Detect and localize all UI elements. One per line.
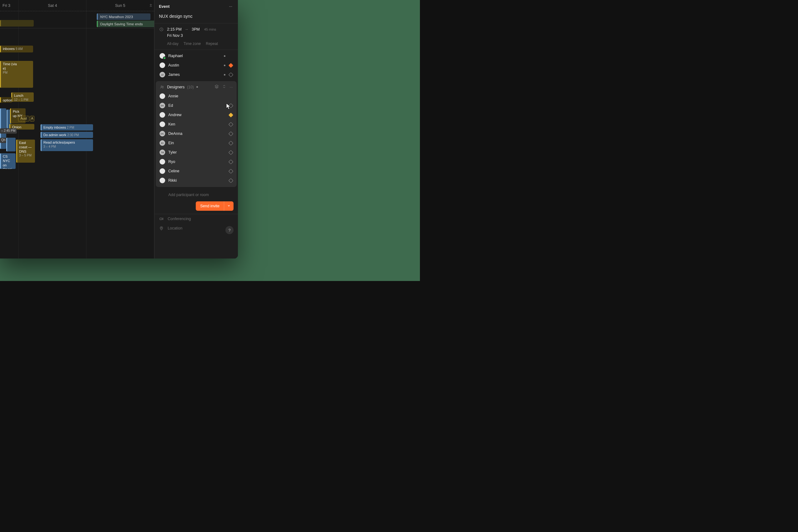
calendar-header: Fri 3 Sat 4 Sun 5 ± — [0, 0, 154, 11]
event-dashed-a[interactable]: A — [30, 116, 34, 121]
day-head-sun[interactable]: Sun 5 ± — [87, 0, 154, 11]
event-read[interactable]: Read articles/papers 3 – 4 PM — [41, 139, 93, 151]
timezone-button[interactable]: Time zone — [184, 41, 201, 46]
repeat-button[interactable]: Repeat — [206, 41, 218, 46]
event-date[interactable]: Fri Nov 3 — [154, 33, 238, 39]
more-icon[interactable]: ··· — [228, 3, 233, 10]
svg-rect-3 — [160, 218, 162, 220]
participant-row[interactable]: Andrew — [158, 110, 235, 119]
avatar — [159, 93, 165, 99]
participant-row[interactable]: TB Tyler — [158, 148, 235, 157]
event-title: Read articles/papers — [43, 140, 91, 145]
allday-event-nyc[interactable]: NYC Marathon 2023 — [97, 14, 151, 20]
avatar: DC — [159, 131, 165, 136]
event-title: NYC Marathon 2023 — [100, 15, 133, 19]
event-inbox-fri[interactable]: inboxes 9 AM — [0, 45, 33, 53]
svg-point-4 — [161, 227, 162, 228]
calendar-grid[interactable]: inboxes 9 AM Time (via e) PM Lunch 12 – … — [0, 28, 154, 259]
participant-row[interactable]: EI Ein — [158, 138, 235, 148]
participants-list: Raphael Austin JZ James — [154, 50, 238, 79]
event-time: 2 PM — [67, 126, 74, 129]
more-icon[interactable]: ··· — [229, 84, 233, 89]
avatar — [159, 168, 165, 174]
allday-event-dst[interactable]: Daylight Saving Time ends — [97, 21, 154, 27]
event-title: East coast — DNS — [19, 141, 33, 154]
participant-name: Ein — [168, 141, 225, 145]
event-lunch[interactable]: Lunch 12 – 1 PM — [11, 92, 34, 102]
event-admin[interactable]: Do admin work 2:30 PM — [41, 132, 93, 138]
event-east[interactable]: East coast — DNS 3 – 5 PM — [16, 139, 35, 163]
event-time-via[interactable]: Time (via e) PM — [0, 61, 33, 88]
participant-row[interactable]: Raphael — [158, 51, 235, 61]
send-invite-button[interactable]: Send invite — [196, 202, 233, 211]
status-dot — [224, 74, 225, 76]
send-invite-dropdown[interactable] — [224, 202, 233, 211]
participant-name: Celine — [168, 169, 225, 173]
location-icon — [159, 226, 164, 230]
avatar — [159, 159, 165, 165]
day-head-sat[interactable]: Sat 4 — [19, 0, 87, 11]
avatar — [159, 62, 165, 68]
participant-name: Ed — [168, 103, 225, 108]
avatar: EI — [159, 140, 165, 146]
event-name-input[interactable]: NUX design sync — [154, 12, 238, 23]
plus-minus-icon[interactable]: ± — [150, 2, 152, 7]
allday-event[interactable] — [0, 20, 34, 26]
participant-row[interactable]: EK Ed — [158, 101, 235, 110]
all-day-toggle[interactable]: All-day — [167, 41, 178, 46]
participant-row[interactable]: Celine — [158, 166, 235, 176]
event-title: Time (via — [3, 62, 31, 66]
event-option[interactable]: option . — [0, 97, 12, 103]
event-time: 3 – 4 PM — [43, 145, 91, 149]
event-tcs[interactable]: CS NYC on Openi ony — [0, 153, 16, 169]
event-dashed-aust[interactable]: Aust — [18, 116, 29, 121]
participant-name: James — [168, 72, 221, 77]
group-name[interactable]: Designers — [167, 85, 185, 89]
add-participant-input[interactable]: Add participant or room — [154, 190, 238, 198]
event-vertical-bar-3[interactable] — [6, 138, 16, 151]
event-title: Do admin work — [43, 133, 66, 137]
event-time: 3 – 5 PM — [19, 154, 33, 158]
time-end[interactable]: 3PM — [192, 27, 200, 32]
day-label: Sun 5 — [115, 3, 126, 8]
event-tiny-time[interactable]: – 2:45 PM — [0, 128, 17, 134]
participant-row[interactable]: Ken — [158, 119, 235, 129]
event-empty-inboxes[interactable]: Empty inboxes 2 PM — [41, 124, 93, 131]
svg-point-2 — [162, 86, 163, 87]
avatar — [159, 121, 165, 127]
conferencing-row[interactable]: Conferencing — [154, 214, 238, 224]
participant-row[interactable]: Ryo — [158, 157, 235, 166]
event-tiny-qh[interactable]: Qh — [0, 138, 6, 143]
collapse-icon[interactable] — [222, 84, 226, 90]
location-label: Location — [168, 226, 182, 230]
event-subtitle: e) — [3, 66, 31, 71]
time-row[interactable]: 2:15 PM → 3PM 45 mins — [154, 23, 238, 33]
participant-name: Ryo — [168, 159, 225, 164]
participant-row[interactable]: Austin — [158, 61, 235, 70]
calendar-pane: Fri 3 Sat 4 Sun 5 ± NYC Marathon 2023 Da… — [0, 0, 154, 259]
status-dot — [224, 55, 225, 57]
avatar: TB — [159, 150, 165, 155]
participant-name: DeAnna — [168, 131, 225, 136]
event-label: – 2:45 PM — [1, 129, 16, 132]
participant-row[interactable]: DC DeAnna — [158, 129, 235, 138]
participant-name: Tyler — [168, 150, 225, 154]
event-title: inboxes — [3, 47, 15, 51]
participant-name: Andrew — [168, 113, 225, 117]
participant-name: Raphael — [168, 54, 221, 58]
event-time: 12 – 1 PM — [14, 98, 32, 102]
participant-group: Designers (10) ··· Annie EK Ed — [156, 81, 237, 187]
event-title: Daylight Saving Time ends — [100, 22, 143, 26]
clock-icon — [159, 27, 164, 32]
time-start[interactable]: 2:15 PM — [167, 27, 182, 32]
help-button[interactable]: ? — [225, 226, 233, 234]
day-label: Sat 4 — [48, 3, 57, 8]
day-head-fri[interactable]: Fri 3 — [0, 0, 19, 11]
participant-row[interactable]: Annie — [158, 92, 235, 101]
participant-name: Annie — [168, 94, 225, 98]
layers-icon[interactable] — [214, 84, 219, 90]
participant-row[interactable]: Rikki — [158, 176, 235, 185]
calendar-allday-row: NYC Marathon 2023 Daylight Saving Time e… — [0, 11, 154, 28]
svg-point-1 — [161, 86, 162, 87]
participant-row[interactable]: JZ James — [158, 70, 235, 79]
